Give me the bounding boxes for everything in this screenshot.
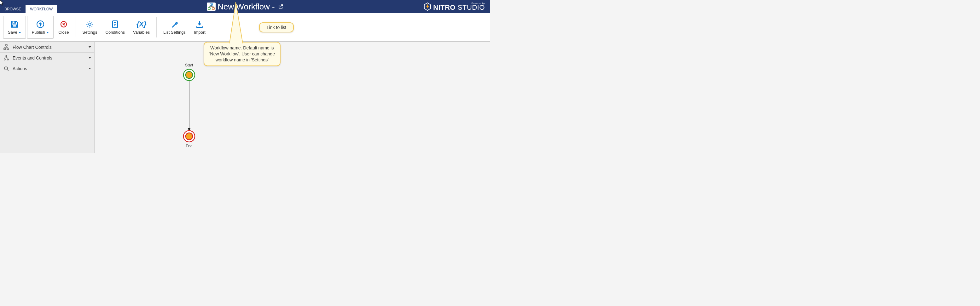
- conditions-icon: [111, 20, 119, 29]
- svg-point-13: [4, 59, 5, 60]
- svg-point-17: [186, 71, 192, 78]
- list-settings-icon: [170, 20, 179, 29]
- import-label: Import: [194, 30, 205, 35]
- brand-area: Powered by NITRO STUDIO: [423, 0, 490, 13]
- tab-browse[interactable]: BROWSE: [0, 5, 25, 13]
- external-link-icon[interactable]: [278, 4, 283, 9]
- cursor-pointer: [0, 0, 4, 6]
- chevron-down-icon: [89, 68, 91, 69]
- ribbon-toolbar: Save Publish Close Settings Conditions {…: [0, 13, 490, 41]
- callout-link-to-list: Link to list: [259, 22, 294, 32]
- sidebar: Flow Chart Controls Events and Controls …: [0, 42, 95, 153]
- connector-line: [187, 81, 191, 132]
- list-settings-label: List Settings: [163, 30, 186, 35]
- sidebar-item-flowchart[interactable]: Flow Chart Controls: [0, 42, 94, 52]
- svg-point-14: [7, 59, 8, 60]
- settings-button[interactable]: Settings: [79, 16, 101, 39]
- save-icon: [10, 20, 19, 29]
- separator: [156, 17, 157, 38]
- import-button[interactable]: Import: [190, 16, 209, 39]
- save-label: Save: [8, 30, 18, 35]
- list-settings-button[interactable]: List Settings: [160, 16, 189, 39]
- settings-icon: [86, 20, 94, 29]
- start-node[interactable]: Start: [183, 69, 196, 81]
- svg-point-1: [211, 4, 212, 5]
- svg-rect-4: [14, 21, 15, 22]
- sidebar-label: Flow Chart Controls: [13, 45, 52, 50]
- svg-rect-10: [4, 48, 6, 49]
- chevron-down-icon: [89, 46, 91, 48]
- end-node[interactable]: End: [183, 130, 196, 143]
- workflow-title: New Workflow -: [218, 2, 275, 12]
- end-label: End: [186, 144, 192, 148]
- publish-button[interactable]: Publish: [27, 16, 54, 39]
- save-dropdown-icon: [19, 32, 21, 33]
- svg-point-20: [186, 133, 192, 140]
- callout-workflow-name: Workflow name. Default name is 'New Work…: [204, 42, 280, 66]
- import-icon: [195, 20, 204, 29]
- chevron-down-icon: [89, 57, 91, 59]
- sidebar-label: Events and Controls: [13, 55, 52, 60]
- sidebar-item-actions[interactable]: Actions: [0, 63, 94, 74]
- separator: [76, 17, 76, 38]
- settings-label: Settings: [83, 30, 97, 35]
- variables-button[interactable]: {X} Variables: [130, 16, 153, 39]
- flowchart-icon: [3, 44, 10, 51]
- close-label: Close: [58, 30, 69, 35]
- start-label: Start: [185, 63, 193, 67]
- brand-logo-icon: [423, 2, 432, 11]
- tab-workflow[interactable]: WORKFLOW: [25, 5, 57, 13]
- publish-label: Publish: [32, 30, 45, 35]
- publish-dropdown-icon: [46, 32, 49, 33]
- header-tabs: BROWSE WORKFLOW: [0, 0, 57, 13]
- conditions-button[interactable]: Conditions: [102, 16, 128, 39]
- events-icon: [3, 55, 10, 61]
- workflow-icon: [207, 3, 216, 11]
- conditions-label: Conditions: [106, 30, 125, 35]
- brand-sub-text: [455, 3, 458, 11]
- variables-label: Variables: [133, 30, 150, 35]
- svg-point-7: [89, 23, 91, 25]
- main-area: Flow Chart Controls Events and Controls …: [0, 41, 490, 153]
- actions-icon: [3, 65, 10, 72]
- svg-point-12: [6, 55, 7, 57]
- publish-icon: [36, 20, 45, 29]
- variables-icon: {X}: [137, 20, 146, 29]
- title-area: New Workflow -: [207, 0, 283, 13]
- sidebar-item-events[interactable]: Events and Controls: [0, 52, 94, 63]
- save-button[interactable]: Save: [3, 16, 26, 39]
- brand-main-text: NITRO: [433, 3, 455, 11]
- sidebar-label: Actions: [13, 66, 27, 71]
- svg-rect-2: [208, 8, 210, 10]
- workflow-canvas[interactable]: Start End Workflow name. Default name is…: [95, 42, 490, 153]
- header-bar: BROWSE WORKFLOW New Workflow - Powered b…: [0, 0, 490, 13]
- svg-rect-3: [212, 8, 214, 10]
- close-button[interactable]: Close: [55, 16, 72, 39]
- svg-rect-9: [5, 45, 7, 46]
- callout-tail: [229, 2, 243, 44]
- svg-rect-11: [7, 48, 9, 49]
- close-icon: [59, 20, 68, 29]
